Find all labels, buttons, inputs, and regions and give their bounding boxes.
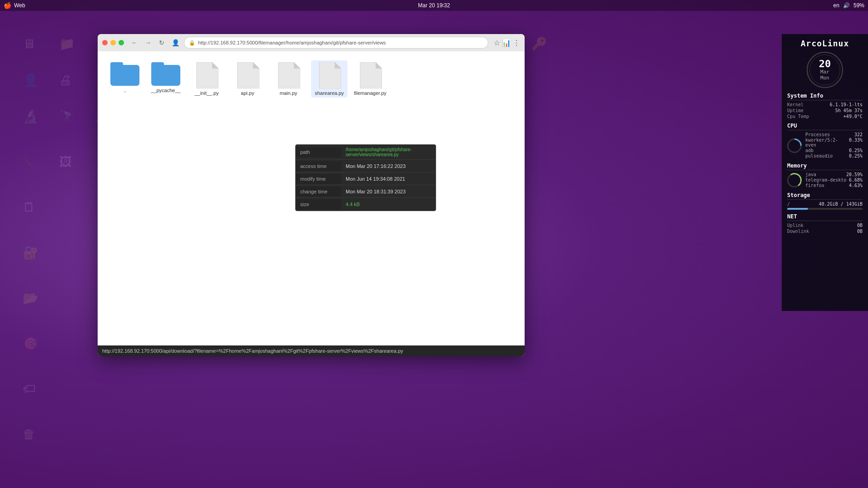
uptime-label: Uptime <box>787 108 804 113</box>
clock-day: 20 <box>819 59 831 69</box>
mem-proc1-val: 20.59% <box>846 172 863 177</box>
file-label: filemanager.py <box>354 90 387 96</box>
file-item[interactable]: api.py <box>229 60 266 98</box>
star-icon[interactable]: ☆ <box>494 39 500 47</box>
cpu-proc1-name: kworker/5:2-even <box>805 138 849 148</box>
processes-line: Processes 322 <box>805 132 863 137</box>
arco-widget: ArcoLinux 20 Mar Mon System Info Kernel … <box>782 34 868 311</box>
file-icon <box>317 62 341 89</box>
storage-bar-fill <box>787 208 808 210</box>
file-item[interactable]: __init__.py <box>188 60 225 98</box>
stats-icon[interactable]: 📊 <box>502 39 511 47</box>
file-label: __init__.py <box>194 90 218 96</box>
uptime-value: 5h 45m 37s <box>835 108 863 113</box>
clock-display: 20 Mar Mon <box>807 52 843 88</box>
file-item-selected[interactable]: sharearea.py <box>311 60 347 98</box>
uptime-line: Uptime 5h 45m 37s <box>787 108 863 113</box>
info-val-change: Mon Mar 20 18:31:39 2023 <box>341 187 436 197</box>
info-val-size: 4.4 kB <box>341 199 436 209</box>
info-key: change time <box>296 187 341 197</box>
info-row-path: path /home/amjoshaghani/git/pfshare-serv… <box>296 145 436 160</box>
info-row-change: change time Mon Mar 20 18:31:39 2023 <box>296 185 436 198</box>
file-item[interactable]: __pycache__ <box>148 60 184 95</box>
uplink-value: 0B <box>857 223 863 228</box>
kernel-line: Kernel 6.1.19-1-lts <box>787 102 863 107</box>
toolbar-right: ☆ 📊 ⋮ <box>494 39 520 47</box>
file-icon <box>195 62 218 89</box>
cpu-temp-value: +49.0°C <box>843 114 863 119</box>
mem-proc2: telegram-deskto 6.68% <box>805 177 863 182</box>
memory-gauge-circle <box>786 172 803 188</box>
topbar-right: en 🔊 59% <box>833 2 864 9</box>
topbar: 🍎 Web Mar 20 19∶32 en 🔊 59% <box>0 0 868 11</box>
info-key: modify time <box>296 174 341 184</box>
cpu-processes: Processes 322 kworker/5:2-even 0.33% adb… <box>805 132 863 159</box>
info-val-access: Mon Mar 20 17:16:22 2023 <box>341 161 436 171</box>
downlink-line: Downlink 0B <box>787 229 863 234</box>
file-label: main.py <box>280 90 298 96</box>
topbar-left: 🍎 Web <box>4 2 25 9</box>
cpu-proc3: pulseaudio 0.25% <box>805 153 863 158</box>
traffic-lights <box>102 40 124 45</box>
mem-proc3: firefox 4.63% <box>805 183 863 188</box>
memory-gauge: java 20.59% telegram-deskto 6.68% firefo… <box>787 172 863 188</box>
cpu-proc3-name: pulseaudio <box>805 153 833 158</box>
volume-icon[interactable]: 🔊 <box>843 2 850 9</box>
folder-icon <box>151 62 180 86</box>
info-val-modify: Mon Jun 14 19:34:08 2021 <box>341 174 436 184</box>
file-label: api.py <box>241 90 254 96</box>
downlink-label: Downlink <box>787 229 809 234</box>
battery-indicator: 59% <box>853 2 864 9</box>
web-label: Web <box>14 2 25 9</box>
cpu-proc2: adb 0.25% <box>805 148 863 153</box>
cpu-proc1-val: 0.33% <box>849 138 863 148</box>
cpu-proc1: kworker/5:2-even 0.33% <box>805 138 863 148</box>
memory-processes: java 20.59% telegram-deskto 6.68% firefo… <box>805 172 863 188</box>
menu-icon[interactable]: ⋮ <box>513 39 520 47</box>
close-button[interactable] <box>102 40 108 45</box>
file-item[interactable]: main.py <box>270 60 307 98</box>
cpu-proc3-val: 0.25% <box>849 153 863 158</box>
file-item[interactable]: .. <box>107 60 143 95</box>
storage-title: Storage <box>787 192 863 200</box>
storage-value: 40.2GiB / 143GiB <box>819 202 863 207</box>
info-val-path: /home/amjoshaghani/git/pfshare-server/vi… <box>341 145 436 159</box>
kernel-label: Kernel <box>787 102 804 107</box>
locale-indicator: en <box>833 2 839 9</box>
back-button[interactable]: ← <box>129 38 139 48</box>
file-icon <box>358 62 382 89</box>
info-row-access: access time Mon Mar 20 17:16:22 2023 <box>296 160 436 173</box>
processes-label: Processes <box>805 132 830 137</box>
files-grid: .. __pycache__ __init__.py <box>107 60 516 98</box>
reload-button[interactable]: ↻ <box>157 38 167 48</box>
forward-button[interactable]: → <box>143 38 153 48</box>
file-item[interactable]: filemanager.py <box>352 60 388 98</box>
mem-proc3-val: 4.63% <box>849 183 863 188</box>
processes-value: 322 <box>854 132 863 137</box>
storage-mount: / <box>787 202 790 207</box>
status-bar: http://192.168.92.170:5000/api/download/… <box>98 345 525 356</box>
status-url: http://192.168.92.170:5000/api/download/… <box>102 348 403 354</box>
cpu-gauge: Processes 322 kworker/5:2-even 0.33% adb… <box>787 132 863 159</box>
arco-title: ArcoLinux <box>787 39 863 48</box>
info-row-modify: modify time Mon Jun 14 19:34:08 2021 <box>296 173 436 185</box>
mem-proc3-name: firefox <box>805 183 824 188</box>
mem-proc2-val: 6.68% <box>849 177 863 182</box>
cpu-proc2-val: 0.25% <box>849 148 863 153</box>
home-button[interactable]: 👤 <box>170 38 180 48</box>
maximize-button[interactable] <box>119 40 124 45</box>
lock-icon: 🔒 <box>189 40 195 46</box>
address-bar[interactable]: 🔒 http://192.168.92.170:5000/filemanager… <box>184 37 488 49</box>
folder-icon <box>110 62 139 86</box>
info-key: access time <box>296 161 341 171</box>
apple-logo[interactable]: 🍎 <box>4 2 11 9</box>
file-content: .. __pycache__ __init__.py <box>98 51 525 345</box>
cpu-title: CPU <box>787 123 863 130</box>
kernel-value: 6.1.19-1-lts <box>830 102 863 107</box>
file-info-popup: path /home/amjoshaghani/git/pfshare-serv… <box>295 144 436 211</box>
downlink-value: 0B <box>857 229 863 234</box>
minimize-button[interactable] <box>110 40 116 45</box>
file-label: sharearea.py <box>315 90 344 96</box>
browser-window: ← → ↻ 👤 🔒 http://192.168.92.170:5000/fil… <box>98 34 525 356</box>
url-text: http://192.168.92.170:5000/filemanager/h… <box>198 40 483 45</box>
